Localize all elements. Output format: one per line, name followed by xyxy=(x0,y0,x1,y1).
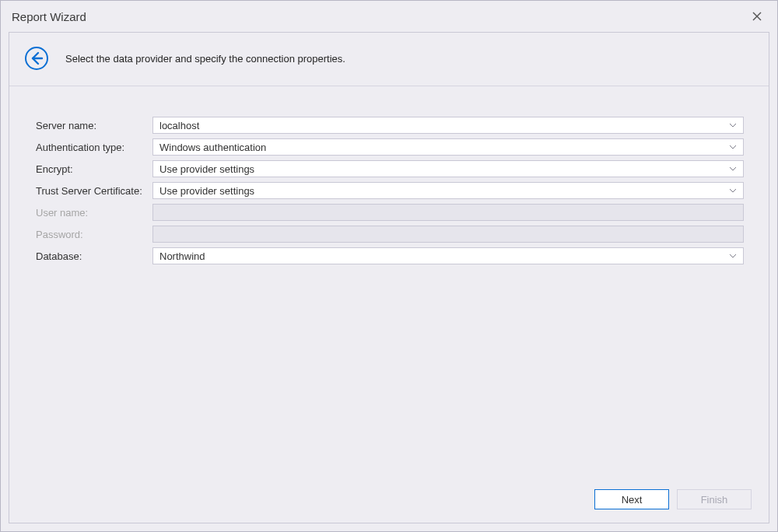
auth-type-value: Windows authentication xyxy=(159,142,727,153)
row-auth-type: Authentication type: Windows authenticat… xyxy=(34,136,744,158)
row-user-name: User name: xyxy=(34,201,744,223)
database-field[interactable]: Northwind xyxy=(152,247,744,264)
chevron-down-icon xyxy=(727,123,738,128)
label-password: Password: xyxy=(34,229,152,240)
label-trust-cert: Trust Server Certificate: xyxy=(34,185,152,197)
back-button[interactable] xyxy=(23,45,50,72)
encrypt-value: Use provider settings xyxy=(159,163,727,175)
row-encrypt: Encrypt: Use provider settings xyxy=(34,158,744,180)
chevron-down-icon xyxy=(727,145,738,149)
database-value: Northwind xyxy=(159,250,727,262)
server-name-value: localhost xyxy=(159,120,727,131)
wizard-footer: Next Finish xyxy=(9,479,769,523)
row-server-name: Server name: localhost xyxy=(34,114,744,136)
back-arrow-icon xyxy=(24,46,49,71)
form-area: Server name: localhost Authentication ty… xyxy=(9,86,769,479)
finish-button: Finish xyxy=(677,489,752,509)
titlebar: Report Wizard xyxy=(1,1,777,32)
chevron-down-icon xyxy=(727,188,738,193)
wizard-description: Select the data provider and specify the… xyxy=(65,53,345,65)
chevron-down-icon xyxy=(727,254,738,258)
window-title: Report Wizard xyxy=(12,10,746,23)
password-field xyxy=(152,226,744,243)
user-name-field xyxy=(152,204,744,221)
wizard-header: Select the data provider and specify the… xyxy=(9,33,769,86)
chevron-down-icon xyxy=(727,166,738,171)
trust-cert-value: Use provider settings xyxy=(159,185,727,197)
label-auth-type: Authentication type: xyxy=(34,142,152,153)
encrypt-field[interactable]: Use provider settings xyxy=(152,160,744,177)
row-password: Password: xyxy=(34,223,744,245)
label-encrypt: Encrypt: xyxy=(34,163,152,175)
next-button[interactable]: Next xyxy=(594,489,669,509)
wizard-panel: Select the data provider and specify the… xyxy=(9,32,769,523)
trust-cert-field[interactable]: Use provider settings xyxy=(152,182,744,199)
row-trust-cert: Trust Server Certificate: Use provider s… xyxy=(34,180,744,201)
auth-type-field[interactable]: Windows authentication xyxy=(152,138,744,156)
wizard-window: Report Wizard Select the data provider a… xyxy=(0,0,778,532)
row-database: Database: Northwind xyxy=(34,245,744,267)
label-user-name: User name: xyxy=(34,207,152,219)
label-server-name: Server name: xyxy=(34,120,152,131)
close-icon[interactable] xyxy=(746,5,768,27)
server-name-field[interactable]: localhost xyxy=(152,117,744,134)
label-database: Database: xyxy=(34,250,152,262)
